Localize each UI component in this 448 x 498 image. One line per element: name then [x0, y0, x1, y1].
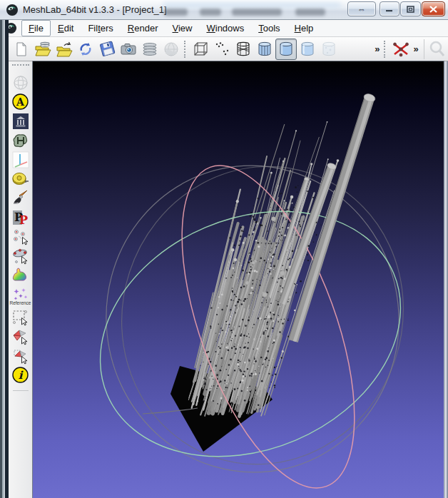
face-select-2-icon: [12, 347, 29, 365]
open-project-button[interactable]: [32, 39, 54, 60]
open-project-icon: [34, 41, 51, 58]
import-mesh-button[interactable]: [54, 39, 75, 60]
menu-item-windows[interactable]: Windows: [199, 20, 251, 36]
area-select-icon: [12, 309, 29, 326]
menu-item-tools[interactable]: Tools: [251, 20, 287, 36]
close-button[interactable]: [422, 1, 445, 16]
building-photo-icon: [12, 113, 29, 130]
minimize-icon: [386, 6, 393, 12]
raster-globe-icon: [163, 41, 180, 58]
import-mesh-icon: [56, 41, 73, 58]
point-selection-tool-button[interactable]: [10, 227, 31, 246]
info-icon: i: [11, 366, 29, 384]
window-left-border: [0, 20, 9, 498]
textured-icon: [320, 41, 337, 58]
face-select-tool-button[interactable]: [10, 327, 31, 346]
ghost-text-blob: [295, 9, 325, 16]
layers-icon: [141, 41, 158, 58]
show-trackball-button[interactable]: [390, 39, 412, 60]
reload-button[interactable]: [75, 39, 96, 60]
plane-points-tool-button[interactable]: [10, 246, 31, 265]
annotation-tool-button[interactable]: A: [10, 92, 31, 111]
quality-mapper-tool-button[interactable]: [10, 265, 31, 285]
mesh-tool-button[interactable]: [10, 131, 31, 150]
swap-button[interactable]: ⇔: [347, 1, 376, 16]
points-button[interactable]: [211, 39, 233, 60]
magnifier-button[interactable]: [427, 39, 448, 60]
save-button[interactable]: [96, 39, 118, 60]
menu-items: FileEditFiltersRenderViewWindowsToolsHel…: [21, 20, 320, 36]
menu-item-help[interactable]: Help: [287, 20, 321, 36]
mesh-blob-icon: [12, 132, 29, 149]
menu-item-render[interactable]: Render: [121, 20, 166, 36]
maximize-button[interactable]: [400, 1, 421, 16]
ghost-window-streak: [163, 2, 341, 8]
paint-brush-icon: [11, 189, 29, 207]
paint-tool-button[interactable]: [10, 188, 31, 208]
menubar: FileEditFiltersRenderViewWindowsToolsHel…: [0, 20, 448, 37]
swap-arrows-icon: ⇔: [357, 4, 366, 14]
points-icon: [213, 41, 230, 58]
textured-button[interactable]: [318, 39, 340, 60]
close-icon: [429, 6, 437, 13]
reference-stars-icon: [13, 288, 29, 302]
ghost-text-blob: [200, 9, 221, 16]
toolbar-overflow-button[interactable]: »: [412, 44, 421, 54]
bounding-box-button[interactable]: [190, 39, 211, 60]
wireframe-button[interactable]: [233, 39, 254, 60]
ghost-text-blob: [164, 9, 188, 16]
axes-tool-button[interactable]: [10, 150, 31, 169]
pickpoints-tool-button[interactable]: P P: [10, 208, 31, 227]
new-document-icon: [14, 41, 29, 57]
snapshot-button[interactable]: [118, 39, 139, 60]
smooth-icon: [299, 41, 316, 58]
save-icon: [99, 41, 116, 57]
show-layers-button[interactable]: [139, 39, 161, 60]
measure-tool-button[interactable]: [10, 169, 31, 188]
axes-icon: [12, 151, 29, 168]
toolbar-grip[interactable]: [184, 41, 186, 58]
flat-button[interactable]: [275, 39, 297, 60]
menu-item-file[interactable]: File: [21, 20, 51, 36]
show-raster-button[interactable]: [161, 39, 182, 60]
reference-tool-button[interactable]: Reference: [10, 285, 31, 308]
plane-points-icon: [12, 248, 29, 265]
menu-item-filters[interactable]: Filters: [81, 20, 120, 36]
toolbar-overflow-button[interactable]: »: [372, 44, 382, 54]
wireframe-icon: [235, 41, 252, 58]
magnifier-icon: [428, 40, 447, 59]
info-tool-button[interactable]: i: [10, 365, 31, 385]
annotation-a-icon: A: [11, 93, 29, 111]
face-select-2-tool-button[interactable]: [10, 346, 31, 365]
point-selection-icon: [12, 228, 29, 245]
sphere-tool-button[interactable]: [10, 73, 31, 92]
reference-tool-label: Reference: [10, 301, 31, 305]
pick-points-icon: P P: [12, 209, 29, 226]
smooth-button[interactable]: [297, 39, 318, 60]
window-right-border: [444, 61, 448, 498]
quality-bunny-icon: [11, 266, 29, 284]
face-select-icon: [12, 328, 29, 345]
area-select-tool-button[interactable]: [10, 308, 31, 327]
align-tool-button[interactable]: [10, 111, 31, 131]
toolbar: » »: [0, 37, 448, 61]
meshlab-window: { "titlebar": { "title": "MeshLab_64bit …: [0, 0, 448, 498]
viewport-canvas[interactable]: [33, 61, 444, 498]
sidebar-grip[interactable]: [12, 64, 29, 68]
ghost-text-blob: [232, 9, 282, 16]
sidebar-divider: [13, 390, 29, 391]
menu-item-edit[interactable]: Edit: [51, 20, 81, 36]
minimize-button[interactable]: [380, 1, 399, 16]
toolbar-grip[interactable]: [384, 41, 386, 58]
meshlab-logo-icon[interactable]: [6, 4, 19, 16]
titlebar: MeshLab_64bit v1.3.3 - [Project_1] ⇔: [0, 0, 448, 20]
flat-lines-button[interactable]: [254, 39, 275, 60]
measure-tape-icon: [11, 170, 29, 188]
new-document-button[interactable]: [11, 39, 32, 60]
trackball-icon: [392, 40, 410, 59]
reload-icon: [77, 41, 94, 58]
flat-lines-icon: [256, 41, 273, 58]
menu-item-view[interactable]: View: [166, 20, 200, 36]
svg-text:P: P: [19, 213, 28, 226]
svg-text:A: A: [16, 96, 25, 108]
